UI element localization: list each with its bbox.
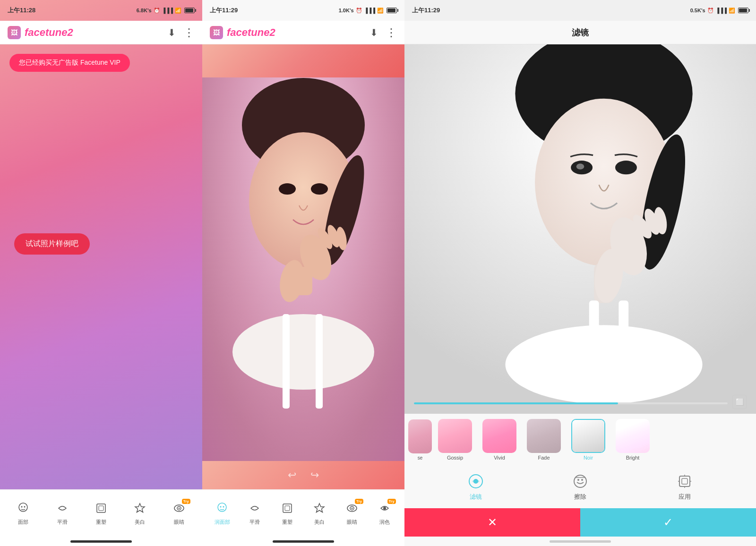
eyes-label-2: 眼睛 <box>347 519 357 526</box>
bw-photo-area: ⬜ <box>404 44 756 414</box>
bottom-toolbar-2: 润面部 平滑 重塑 美白 Try 眼睛 <box>202 489 404 537</box>
battery-icon-3 <box>738 8 748 13</box>
logo-icon-1: 🖼 <box>8 26 21 39</box>
svg-point-64 <box>574 475 586 487</box>
thumb-gossip-img <box>438 419 472 453</box>
face-icon-2 <box>215 501 230 516</box>
thumb-vivid-img <box>482 419 516 453</box>
reshape-icon-2 <box>280 501 295 516</box>
alarm-icon-3: ⏰ <box>707 8 714 14</box>
svg-point-31 <box>383 507 386 510</box>
panel-1-content: 您已经购买无广告版 Facetune VIP 试试照片样例吧 <box>0 44 202 489</box>
home-indicator-3 <box>404 537 756 546</box>
more-btn-1[interactable]: ⋮ <box>183 26 195 39</box>
alarm-icon-1: ⏰ <box>154 8 160 14</box>
tool-eyes-2[interactable]: Try 眼睛 <box>340 501 364 526</box>
filter-label-gossip: Gossip <box>447 455 463 461</box>
tool-whiten-2[interactable]: 美白 <box>308 501 331 526</box>
svg-point-12 <box>311 183 328 195</box>
svg-point-0 <box>19 503 27 512</box>
sample-button[interactable]: 试试照片样例吧 <box>14 233 90 255</box>
download-btn-1[interactable]: ⬇ <box>168 27 176 38</box>
confirm-button[interactable]: ✓ <box>580 508 756 537</box>
filter-label-bright: Bright <box>626 455 640 461</box>
confirm-bar: ✕ ✓ <box>404 508 756 537</box>
svg-point-11 <box>279 183 296 195</box>
filter-thumb-bright[interactable]: Bright <box>611 419 654 461</box>
svg-rect-26 <box>283 504 292 512</box>
svg-rect-41 <box>619 300 628 399</box>
undo-redo-bar: ↩ ↪ <box>202 461 404 489</box>
signal-icon-2: ▐▐▐ <box>364 8 375 13</box>
photo-top-bar <box>202 44 404 77</box>
panel-3-title: 滤镜 <box>404 21 756 44</box>
tool-reshape[interactable]: 重塑 <box>89 501 113 526</box>
reshape-label-2: 重塑 <box>282 519 292 526</box>
filter-thumb-gossip[interactable]: Gossip <box>434 419 476 461</box>
svg-rect-27 <box>285 506 290 511</box>
color-label-2: 润色 <box>379 519 390 526</box>
photo-area-2: ↩ ↪ <box>202 44 404 489</box>
svg-rect-68 <box>682 478 687 484</box>
filter-thumb-noir[interactable]: Noir <box>567 419 610 461</box>
svg-point-36 <box>615 161 637 174</box>
tool-reshape-2[interactable]: 重塑 <box>275 501 299 526</box>
redo-btn[interactable]: ↪ <box>310 469 319 481</box>
tool-face[interactable]: 面部 <box>11 501 35 526</box>
home-bar-1 <box>70 540 132 543</box>
whiten-icon-2 <box>312 501 327 516</box>
status-bar-1: 上午11:28 6.8K's ⏰ ▐▐▐ 📶 <box>0 0 202 21</box>
svg-point-66 <box>581 479 583 481</box>
svg-point-14 <box>232 314 374 390</box>
svg-rect-21 <box>283 314 290 409</box>
filter-label-noir: Noir <box>584 455 593 461</box>
status-bar-3: 上午11:29 0.5K's ⏰ ▐▐▐ 📶 <box>404 0 756 21</box>
filter-label-rose-partial: se <box>418 455 423 461</box>
undo-btn[interactable]: ↩ <box>288 469 296 481</box>
whiten-label: 美白 <box>135 519 145 526</box>
filter-thumb-vivid[interactable]: Vivid <box>478 419 521 461</box>
smooth-label-2: 平滑 <box>249 519 260 526</box>
tool-smooth[interactable]: 平滑 <box>51 501 74 526</box>
logo-text-2: facetune2 <box>227 26 275 39</box>
status-icons-1: 6.8K's ⏰ ▐▐▐ 📶 <box>137 8 195 14</box>
filter-thumb-fade[interactable]: Fade <box>523 419 565 461</box>
smooth-icon <box>55 501 70 516</box>
whiten-icon <box>132 501 147 516</box>
home-indicator-1 <box>0 537 202 546</box>
panel-1: 上午11:28 6.8K's ⏰ ▐▐▐ 📶 🖼 facetune2 ⬇ ⋮ 您… <box>0 0 202 546</box>
apply-action-btn[interactable]: 应用 <box>676 473 693 501</box>
cancel-button[interactable]: ✕ <box>404 508 580 537</box>
filter-action-icon <box>467 473 484 490</box>
speed-3: 0.5K's <box>690 8 705 13</box>
bw-person-svg <box>404 44 756 414</box>
eyes-label: 眼睛 <box>174 519 184 526</box>
filter-thumb-partial[interactable]: se <box>408 419 432 461</box>
logo-text-1: facetune2 <box>25 26 73 39</box>
signal-icon-3: ▐▐▐ <box>716 8 727 13</box>
download-btn-2[interactable]: ⬇ <box>370 27 378 38</box>
logo-1: 🖼 facetune2 <box>8 26 73 39</box>
comparison-btn[interactable]: ⬜ <box>732 395 747 409</box>
face-label: 面部 <box>18 519 28 526</box>
tool-eyes[interactable]: Try 眼睛 <box>167 501 191 526</box>
status-icons-2: 1.0K's ⏰ ▐▐▐ 📶 <box>339 8 397 14</box>
svg-point-65 <box>577 479 579 481</box>
person-svg <box>202 77 404 461</box>
more-btn-2[interactable]: ⋮ <box>386 26 397 39</box>
tool-face-2[interactable]: 润面部 <box>210 501 234 526</box>
erase-action-label: 擦除 <box>574 493 586 501</box>
tool-smooth-2[interactable]: 平滑 <box>243 501 266 526</box>
svg-point-63 <box>473 479 478 484</box>
home-bar-3 <box>550 540 611 543</box>
try-badge-eyes: Try <box>182 499 190 504</box>
erase-action-btn[interactable]: 擦除 <box>572 473 589 501</box>
slider-fill <box>414 402 618 404</box>
time-2: 上午11:29 <box>210 6 238 15</box>
tool-color-2[interactable]: Try 润色 <box>373 501 396 526</box>
svg-point-39 <box>506 325 703 404</box>
tool-whiten[interactable]: 美白 <box>128 501 152 526</box>
svg-point-24 <box>220 506 222 508</box>
filter-action-btn[interactable]: 滤镜 <box>467 473 484 501</box>
reshape-icon <box>94 501 109 516</box>
